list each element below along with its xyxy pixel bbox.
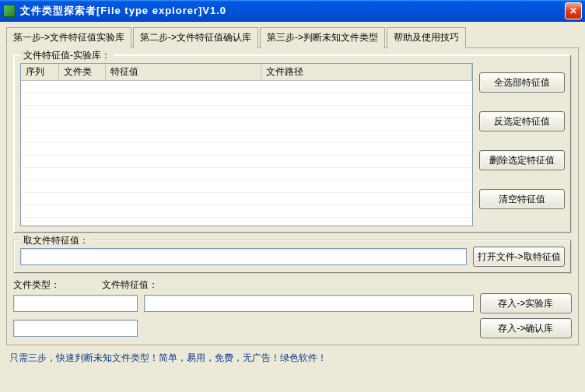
table-row[interactable] [21, 106, 472, 118]
table-row[interactable] [21, 118, 472, 131]
group-feature-lab: 文件特征值-实验库： 序列 文件类 特征值 文件路径 [13, 54, 572, 233]
file-type-input[interactable] [13, 295, 138, 312]
table-row[interactable] [21, 168, 472, 180]
table-row[interactable] [21, 205, 472, 218]
table-row[interactable] [21, 156, 472, 168]
table-row[interactable] [21, 131, 472, 143]
table-row[interactable] [21, 193, 472, 205]
side-button-column: 全选部特征值 反选定特征值 删除选定特征值 清空特征值 [479, 63, 565, 226]
tab-pane: 文件特征值-实验库： 序列 文件类 特征值 文件路径 [6, 48, 579, 345]
invert-selection-button[interactable]: 反选定特征值 [479, 111, 565, 131]
tab-step1[interactable]: 第一步->文件特征值实验库 [6, 27, 131, 48]
tab-bar: 第一步->文件特征值实验库 第二步->文件特征值确认库 第三步->判断未知文件类… [6, 26, 579, 48]
col-index[interactable]: 序列 [21, 64, 58, 81]
label-file-type: 文件类型： [13, 278, 60, 292]
table-row[interactable] [21, 93, 472, 106]
col-path[interactable]: 文件路径 [261, 64, 472, 81]
close-button[interactable]: ✕ [565, 2, 582, 19]
titlebar: 文件类型探索者[File type explorer]V1.0 ✕ [0, 0, 585, 22]
table-row[interactable] [21, 81, 472, 93]
tab-step2[interactable]: 第二步->文件特征值确认库 [133, 27, 258, 48]
col-feature[interactable]: 特征值 [105, 64, 261, 81]
clear-button[interactable]: 清空特征值 [479, 189, 565, 209]
delete-selected-button[interactable]: 删除选定特征值 [479, 150, 565, 170]
group-get-feature-legend: 取文件特征值： [20, 234, 92, 247]
close-icon: ✕ [569, 5, 577, 16]
save-confirm-button[interactable]: 存入->确认库 [480, 318, 572, 338]
app-icon [3, 5, 16, 17]
table-row[interactable] [21, 218, 472, 227]
col-filetype[interactable]: 文件类 [58, 64, 105, 81]
group-feature-lab-legend: 文件特征值-实验库： [20, 49, 114, 62]
tab-step3[interactable]: 第三步->判断未知文件类型 [260, 27, 385, 48]
feature-value-input[interactable] [144, 295, 474, 312]
feature-table[interactable]: 序列 文件类 特征值 文件路径 [20, 63, 473, 226]
label-feature-value: 文件特征值： [102, 278, 158, 292]
select-all-button[interactable]: 全选部特征值 [479, 72, 565, 93]
window-title: 文件类型探索者[File type explorer]V1.0 [20, 4, 565, 18]
table-row[interactable] [21, 143, 472, 156]
save-lab-button[interactable]: 存入->实验库 [480, 293, 572, 313]
tab-help[interactable]: 帮助及使用技巧 [387, 27, 466, 48]
extra-input[interactable] [13, 320, 138, 337]
group-get-feature: 取文件特征值： 打开文件->取特征值 [13, 240, 572, 274]
table-row[interactable] [21, 180, 472, 193]
file-path-input[interactable] [20, 248, 467, 265]
footer-text: 只需三步，快速判断未知文件类型！简单，易用，免费，无广告！绿色软件！ [6, 345, 579, 365]
open-file-button[interactable]: 打开文件->取特征值 [473, 247, 565, 267]
